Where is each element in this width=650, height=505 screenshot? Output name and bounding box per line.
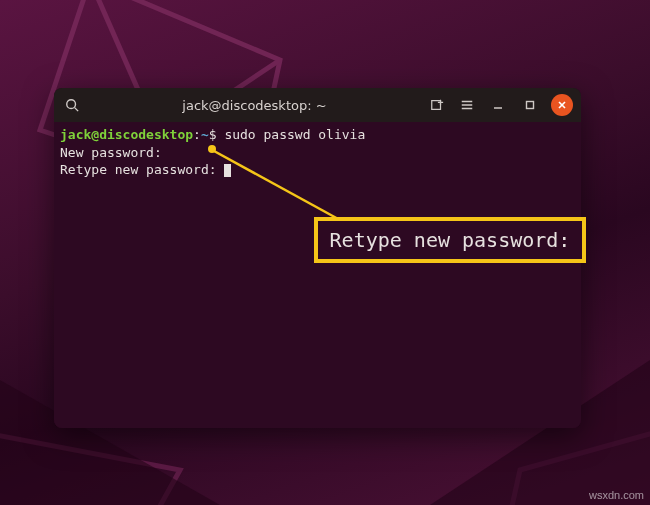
prompt-colon: :	[193, 127, 201, 142]
prompt-user: jack@discodesktop	[60, 127, 193, 142]
prompt-path: ~	[201, 127, 209, 142]
command-text: sudo passwd olivia	[224, 127, 365, 142]
svg-line-3	[75, 108, 79, 112]
prompt-dollar: $	[209, 127, 225, 142]
cursor	[224, 164, 231, 177]
output-line-retype-password: Retype new password:	[60, 162, 224, 177]
svg-point-2	[67, 100, 76, 109]
callout-text: Retype new password:	[330, 228, 571, 252]
terminal-body[interactable]: jack@discodesktop:~$ sudo passwd olivia …	[54, 122, 581, 428]
minimize-button[interactable]	[487, 94, 509, 116]
svg-rect-11	[527, 102, 534, 109]
hamburger-menu-icon[interactable]	[457, 95, 477, 115]
new-tab-icon[interactable]	[427, 95, 447, 115]
maximize-button[interactable]	[519, 94, 541, 116]
watermark: wsxdn.com	[589, 489, 644, 501]
window-title: jack@discodesktop: ~	[88, 98, 421, 113]
output-line-new-password: New password:	[60, 145, 162, 160]
search-icon[interactable]	[62, 95, 82, 115]
callout-pointer-dot	[208, 145, 216, 153]
callout-box: Retype new password:	[314, 217, 586, 263]
close-button[interactable]	[551, 94, 573, 116]
titlebar: jack@discodesktop: ~	[54, 88, 581, 122]
